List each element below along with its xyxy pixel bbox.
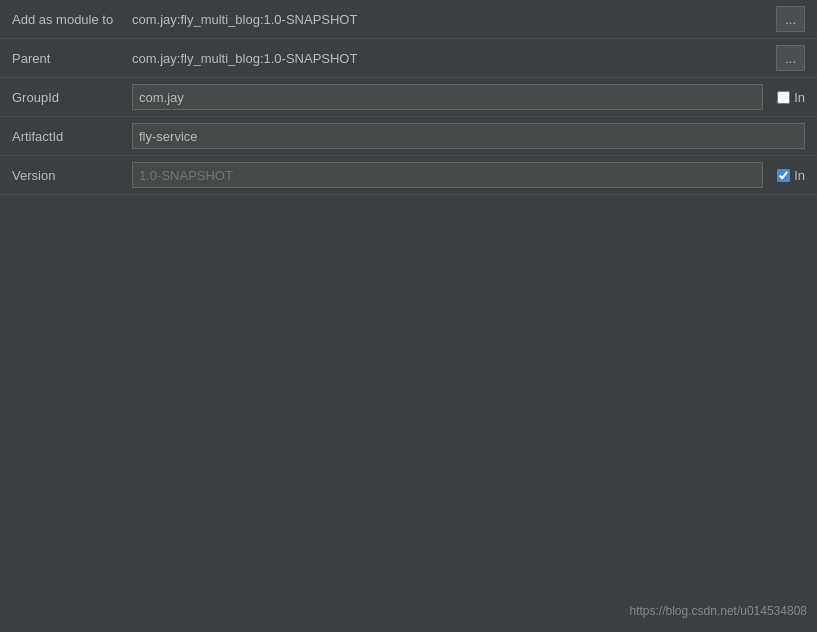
artifactid-input[interactable] [132, 123, 805, 149]
version-inherit-wrapper: In [777, 168, 805, 183]
add-module-value: com.jay:fly_multi_blog:1.0-SNAPSHOT [132, 12, 776, 27]
add-module-row: Add as module to com.jay:fly_multi_blog:… [0, 0, 817, 39]
groupid-row: GroupId In [0, 78, 817, 117]
parent-browse-button[interactable]: ... [776, 45, 805, 71]
version-input[interactable] [132, 162, 763, 188]
groupid-inherit-checkbox[interactable] [777, 91, 790, 104]
groupid-input[interactable] [132, 84, 763, 110]
parent-value-cell: com.jay:fly_multi_blog:1.0-SNAPSHOT ... [132, 45, 805, 71]
parent-row: Parent com.jay:fly_multi_blog:1.0-SNAPSH… [0, 39, 817, 78]
groupid-inherit-wrapper: In [777, 90, 805, 105]
version-row: Version In [0, 156, 817, 195]
add-module-browse-button[interactable]: ... [776, 6, 805, 32]
version-value-cell: In [132, 162, 805, 188]
groupid-inherit-label: In [794, 90, 805, 105]
artifactid-row: ArtifactId [0, 117, 817, 156]
groupid-value-cell: In [132, 84, 805, 110]
parent-label: Parent [12, 51, 132, 66]
version-label: Version [12, 168, 132, 183]
watermark: https://blog.csdn.net/u014534808 [630, 604, 807, 618]
artifactid-label: ArtifactId [12, 129, 132, 144]
parent-value: com.jay:fly_multi_blog:1.0-SNAPSHOT [132, 51, 770, 66]
dialog-container: Add as module to com.jay:fly_multi_blog:… [0, 0, 817, 632]
groupid-label: GroupId [12, 90, 132, 105]
artifactid-value-cell [132, 123, 805, 149]
version-inherit-checkbox[interactable] [777, 169, 790, 182]
version-inherit-label: In [794, 168, 805, 183]
add-module-label: Add as module to [12, 12, 132, 27]
